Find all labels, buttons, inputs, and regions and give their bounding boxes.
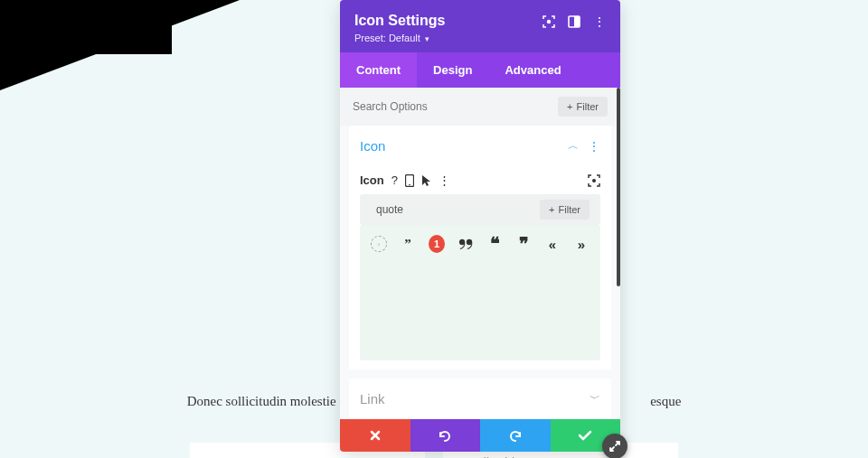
section-kebab-icon[interactable]: ⋮ xyxy=(588,139,600,154)
expand-panel-button[interactable] xyxy=(602,434,627,458)
icon-row-label: Icon xyxy=(360,173,384,187)
icon-selected-marker[interactable]: 1 xyxy=(429,236,445,252)
chevron-down-icon: ﹀ xyxy=(590,391,600,407)
icon-quote-right-bold[interactable]: ❞ xyxy=(515,236,532,252)
focus-icon[interactable] xyxy=(542,15,555,28)
section-link-title: Link xyxy=(360,391,385,407)
search-options-row: + Filter xyxy=(340,88,620,126)
kebab-menu-icon[interactable]: ⋮ xyxy=(593,14,606,29)
filter-button[interactable]: + Filter xyxy=(558,97,608,117)
tab-advanced[interactable]: Advanced xyxy=(488,52,577,88)
cancel-button[interactable] xyxy=(340,419,410,452)
help-icon[interactable]: ? xyxy=(392,173,398,187)
panel-title: Icon Settings xyxy=(354,13,542,29)
caret-down-icon: ▾ xyxy=(425,34,429,43)
section-link: Link ﹀ xyxy=(349,379,611,419)
icon-filter-button[interactable]: + Filter xyxy=(540,200,590,220)
decorative-black-triangle xyxy=(0,0,240,90)
section-icon: Icon ︿ ⋮ Icon ? ⋮ xyxy=(349,126,611,369)
tablet-icon[interactable] xyxy=(405,174,414,187)
panel-header: Icon Settings Preset: Default ▾ ⋮ xyxy=(340,0,620,52)
svg-rect-2 xyxy=(574,16,580,27)
svg-point-0 xyxy=(548,21,551,23)
icon-property-row: Icon ? ⋮ xyxy=(349,166,611,194)
icon-picker: ◦ ” 1 ❝ ❞ « » xyxy=(360,225,600,360)
icon-angle-right-double[interactable]: » xyxy=(573,236,590,252)
tab-content[interactable]: Content xyxy=(340,52,417,88)
tab-design[interactable]: Design xyxy=(417,52,488,88)
body-text-part1: Donec sollicitudin molestie xyxy=(187,394,336,408)
search-options-input[interactable] xyxy=(353,100,558,113)
undo-button[interactable] xyxy=(410,419,481,452)
icon-search-input[interactable] xyxy=(371,200,540,220)
redo-button[interactable] xyxy=(480,419,551,452)
preset-selector[interactable]: Preset: Default ▾ xyxy=(354,33,542,43)
svg-point-7 xyxy=(467,239,472,245)
icon-search-row: + Filter xyxy=(360,194,600,225)
settings-panel: Icon Settings Preset: Default ▾ ⋮ xyxy=(340,0,620,452)
icon-quote-left-bold[interactable]: ❝ xyxy=(486,236,503,252)
svg-point-6 xyxy=(459,239,465,245)
icon-quote-left-thin[interactable]: ” xyxy=(400,236,416,252)
chevron-up-icon: ︿ xyxy=(568,138,579,154)
focus-small-icon[interactable] xyxy=(588,174,600,187)
svg-point-5 xyxy=(593,179,596,182)
svg-point-4 xyxy=(409,183,410,185)
columns-icon[interactable] xyxy=(568,15,580,28)
scrollbar[interactable] xyxy=(617,88,620,286)
panel-tabs: Content Design Advanced xyxy=(340,52,620,88)
icon-guide-ring[interactable]: ◦ xyxy=(371,236,387,252)
plus-icon: + xyxy=(549,204,554,215)
panel-body: + Filter Icon ︿ ⋮ Icon ? xyxy=(340,88,620,419)
cursor-icon[interactable] xyxy=(421,174,431,187)
plus-icon: + xyxy=(567,101,572,112)
icon-angle-left-double[interactable]: « xyxy=(544,236,561,252)
kebab-small-icon[interactable]: ⋮ xyxy=(439,173,450,187)
section-link-header[interactable]: Link ﹀ xyxy=(349,379,611,419)
section-icon-title: Icon xyxy=(360,138,385,154)
panel-footer xyxy=(340,419,620,452)
section-icon-header[interactable]: Icon ︿ ⋮ xyxy=(349,126,611,166)
icon-quote-right-solid[interactable] xyxy=(458,236,474,252)
body-text-part2: esque xyxy=(650,394,681,408)
